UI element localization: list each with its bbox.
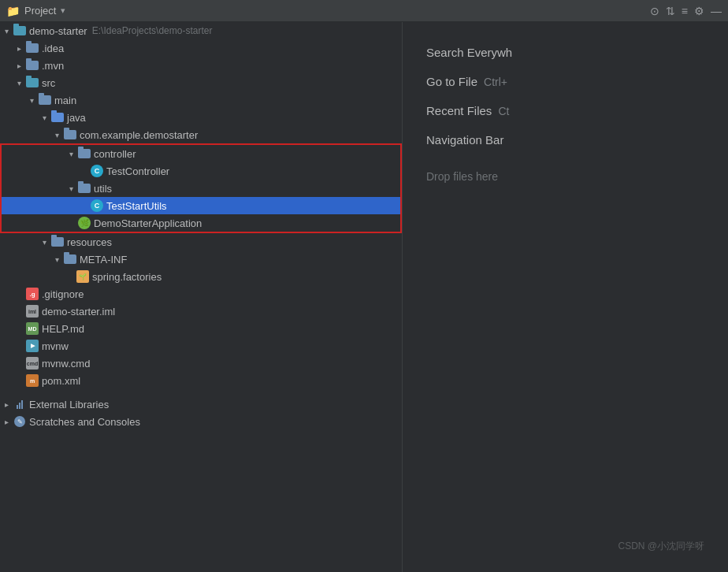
folder-icon-utils [77,182,91,195]
chevron-idea [13,44,25,53]
iml-icon: iml [25,305,39,318]
label-mvn: .mvn [42,60,64,72]
folder-icon-com [63,128,77,141]
top-bar-title: Project [24,5,56,17]
chevron-demo-starter [0,27,13,35]
menu-item-navigation-bar[interactable]: Navigation Bar [426,125,704,154]
tree-item-spring-factories[interactable]: 🌱 spring.factories [0,268,402,285]
folder-icon-meta-inf [63,253,77,266]
label-testcontroller: TestController [106,165,169,177]
chevron-meta-inf [50,255,63,264]
chevron-resources [38,238,50,247]
shortcut-recent-files: Ct [498,105,509,117]
label-teststartutils: TestStartUtils [106,200,167,212]
tree-item-scratches[interactable]: ✎ Scratches and Consoles [0,413,402,430]
factories-icon: 🌱 [76,270,90,283]
bottom-items: External Libraries ✎ Scratches and Conso… [0,396,402,430]
tree-item-resources[interactable]: resources [0,233,402,251]
scratches-icon: ✎ [13,415,27,428]
tree-item-java[interactable]: java [0,109,402,126]
project-panel: demo-starter E:\IdeaProjects\demo-starte… [0,22,402,572]
label-main: main [54,95,76,106]
md-icon: MD [25,322,39,335]
tree-item-mvn[interactable]: .mvn [0,57,402,74]
menu-item-search[interactable]: Search Everywh [426,38,704,67]
folder-icon-controller [77,147,91,160]
tree-item-pom-xml[interactable]: m pom.xml [0,372,402,389]
folder-icon-demo-starter [13,24,27,37]
label-gitignore: .gitignore [42,288,84,300]
top-bar: 📁 Project ▾ ⊙ ⇅ ≡ ⚙ — [0,0,728,22]
spring-icon-demostarterapplication: 🌿 [77,217,91,229]
folder-icon-java [50,111,65,124]
mvnw-icon: ▶ [25,340,39,352]
label-external-libraries: External Libraries [29,399,109,410]
label-navigation-bar: Navigation Bar [426,133,503,147]
path-demo-starter: E:\IdeaProjects\demo-starter [92,25,213,36]
tree-item-mvnw[interactable]: ▶ mvnw [0,337,402,355]
tree-item-utils[interactable]: utils [2,180,400,197]
label-demostarterapplication: DemoStarterApplication [94,217,202,229]
chevron-ext-libs [0,400,13,409]
bar-chart-icon [17,399,23,409]
right-panel-items: Search Everywh Go to File Ctrl+ Recent F… [426,38,704,199]
folder-icon-idea [25,42,39,54]
tree-item-meta-inf[interactable]: META-INF [0,251,402,268]
gitignore-icon: .g [25,288,39,300]
tree-item-helpmd[interactable]: MD HELP.md [0,320,402,337]
tree-item-iml[interactable]: iml demo-starter.iml [0,303,402,320]
tree-item-main[interactable]: main [0,91,402,109]
chevron-utils [65,184,77,193]
label-drop-files: Drop files here [426,162,498,191]
expand-icon[interactable]: ⇅ [666,5,675,17]
shortcut-goto-file: Ctrl+ [484,76,507,88]
bottom-bar: CSDN @小沈同学呀 [426,537,704,556]
label-java: java [67,112,86,124]
label-iml: demo-starter.iml [42,306,115,318]
menu-item-goto-file[interactable]: Go to File Ctrl+ [426,67,704,96]
dropdown-arrow[interactable]: ▾ [61,6,65,16]
folder-icon-mvn [25,59,39,72]
label-utils: utils [94,183,112,195]
label-meta-inf: META-INF [80,254,127,266]
tree-item-src[interactable]: src [0,74,402,91]
label-scratches: Scratches and Consoles [29,416,140,428]
label-search-everywhere: Search Everywh [426,46,512,59]
tree-item-demostarterapplication[interactable]: 🌿 DemoStarterApplication [2,214,400,232]
label-demo-starter: demo-starter [29,25,87,37]
label-mvnw: mvnw [42,340,69,352]
tree-item-com[interactable]: com.example.demostarter [0,126,402,143]
label-resources: resources [67,236,112,248]
tree-item-testcontroller[interactable]: C TestController [2,162,400,180]
tree-item-demo-starter[interactable]: demo-starter E:\IdeaProjects\demo-starte… [0,22,402,39]
tree-item-controller[interactable]: controller [2,145,400,162]
locate-icon[interactable]: ⊙ [650,5,659,17]
label-controller: controller [94,148,136,160]
folder-icon-resources [50,236,65,248]
watermark-text: CSDN @小沈同学呀 [618,540,704,553]
tree-item-idea[interactable]: .idea [0,39,402,57]
tree-item-teststartutils[interactable]: C TestStartUtils [2,197,400,214]
settings-icon[interactable]: ⚙ [694,5,704,17]
tree-item-external-libraries[interactable]: External Libraries [0,396,402,413]
collapse-icon[interactable]: ≡ [682,5,688,17]
minimize-icon[interactable]: — [711,5,722,17]
java-icon-teststartutils: C [90,199,104,212]
label-src: src [42,77,55,89]
chevron-controller [65,150,77,158]
label-recent-files: Recent Files [426,104,492,117]
tree-item-gitignore[interactable]: .g .gitignore [0,285,402,303]
chevron-mvn [13,61,25,70]
project-folder-icon: 📁 [6,5,20,17]
menu-item-recent-files[interactable]: Recent Files Ct [426,96,704,125]
chevron-scratches [0,418,13,426]
java-icon-testcontroller: C [90,165,104,177]
label-pom-xml: pom.xml [42,375,80,387]
chevron-src [13,79,25,87]
chevron-com [50,131,63,139]
label-goto-file: Go to File [426,75,477,88]
folder-icon-src [25,76,39,89]
tree-item-mvnw-cmd[interactable]: cmd mvnw.cmd [0,355,402,372]
mvnw-cmd-icon: cmd [25,357,39,370]
tree-container: demo-starter E:\IdeaProjects\demo-starte… [0,22,402,389]
